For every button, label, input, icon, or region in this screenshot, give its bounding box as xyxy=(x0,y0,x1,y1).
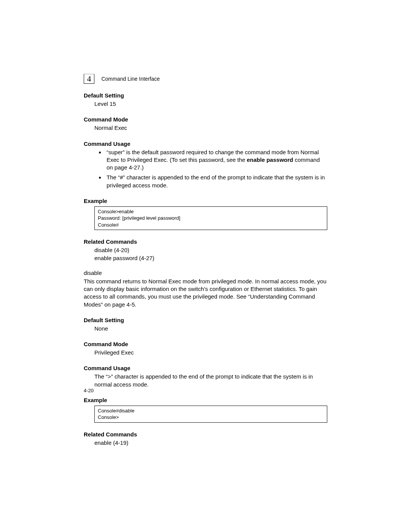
usage-item-1: “super” is the default password required… xyxy=(105,149,327,172)
text-command-mode: Normal Exec xyxy=(94,124,327,132)
example-codebox-disable: Console#disable Console> xyxy=(94,406,327,423)
text-default-setting: Level 15 xyxy=(94,100,327,108)
related-command-2: enable password (4-27) xyxy=(94,254,327,262)
command-name-disable: disable xyxy=(84,270,327,276)
heading-related-commands-2: Related Commands xyxy=(84,431,327,438)
text-default-setting-2: None xyxy=(94,325,327,332)
example-codebox-enable: Console>enable Password: [privileged lev… xyxy=(94,206,327,230)
heading-command-mode: Command Mode xyxy=(84,116,327,123)
heading-default-setting-2: Default Setting xyxy=(84,317,327,323)
heading-command-mode-2: Command Mode xyxy=(84,341,327,347)
disable-intro: This command returns to Normal Exec mode… xyxy=(84,278,327,308)
heading-related-commands: Related Commands xyxy=(84,238,327,245)
heading-command-usage: Command Usage xyxy=(84,141,327,147)
related-command-disable: enable (4-19) xyxy=(94,439,327,447)
related-command-1: disable (4-20) xyxy=(94,246,327,254)
text-command-mode-2: Privileged Exec xyxy=(94,349,327,356)
heading-example: Example xyxy=(84,198,327,204)
heading-example-2: Example xyxy=(84,397,327,403)
text-command-usage-2: The “>” character is appended to the end… xyxy=(94,373,327,388)
usage-list: “super” is the default password required… xyxy=(84,149,327,189)
content-column: 4 Command Line Interface Default Setting… xyxy=(84,74,327,447)
chapter-header: 4 Command Line Interface xyxy=(84,74,327,84)
page: 4 Command Line Interface Default Setting… xyxy=(0,0,411,532)
chapter-title: Command Line Interface xyxy=(101,76,159,82)
heading-command-usage-2: Command Usage xyxy=(84,365,327,371)
usage-item-1b: enable password xyxy=(247,157,293,163)
page-number: 4-20 xyxy=(84,388,94,393)
usage-item-2: The “#” character is appended to the end… xyxy=(105,174,327,189)
heading-default-setting: Default Setting xyxy=(84,92,327,99)
chapter-number-box: 4 xyxy=(84,74,94,84)
